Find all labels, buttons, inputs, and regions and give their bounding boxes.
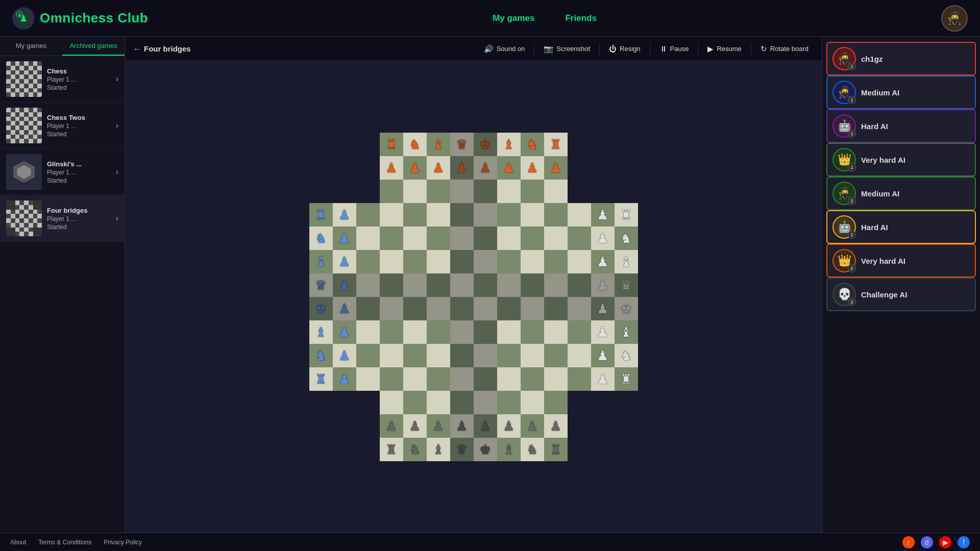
cell-3-0[interactable]: ♜ [309, 203, 333, 227]
cell-10-13[interactable]: ♜ [615, 367, 638, 391]
cell-4-6[interactable] [450, 227, 474, 250]
cell-2-11[interactable] [568, 180, 591, 203]
cell-7-1[interactable]: ♟ [333, 297, 356, 320]
cell-12-13[interactable] [615, 414, 638, 438]
cell-2-3[interactable] [380, 180, 403, 203]
tab-archived-games[interactable]: Archived games [62, 37, 125, 56]
cell-12-4[interactable]: ♟ [403, 414, 427, 438]
cell-3-1[interactable]: ♟ [333, 203, 356, 227]
cell-9-12[interactable]: ♟ [591, 344, 615, 367]
cell-6-1[interactable]: ♟ [333, 273, 356, 297]
cell-12-3[interactable]: ♟ [380, 414, 403, 438]
cell-12-11[interactable] [568, 414, 591, 438]
cell-9-3[interactable] [380, 344, 403, 367]
reddit-icon[interactable]: r [902, 536, 915, 548]
cell-1-7[interactable]: ♟ [474, 156, 497, 180]
cell-11-11[interactable] [568, 391, 591, 414]
cell-8-3[interactable] [380, 320, 403, 344]
cell-4-0[interactable]: ♞ [309, 227, 333, 250]
cell-3-8[interactable] [497, 203, 521, 227]
cell-5-2[interactable] [356, 250, 380, 273]
cell-3-11[interactable] [568, 203, 591, 227]
cell-12-1[interactable] [333, 414, 356, 438]
cell-1-4[interactable]: ♟ [403, 156, 427, 180]
cell-8-1[interactable]: ♟ [333, 320, 356, 344]
cell-10-7[interactable] [474, 367, 497, 391]
cell-1-10[interactable]: ♟ [544, 156, 568, 180]
cell-0-12[interactable] [591, 133, 615, 156]
cell-6-10[interactable] [544, 273, 568, 297]
cell-4-10[interactable] [544, 227, 568, 250]
cell-6-7[interactable] [474, 273, 497, 297]
cell-2-8[interactable] [497, 180, 521, 203]
cell-7-10[interactable] [544, 297, 568, 320]
cell-4-13[interactable]: ♞ [615, 227, 638, 250]
cell-6-3[interactable] [380, 273, 403, 297]
cell-6-0[interactable]: ♛ [309, 273, 333, 297]
sound-button[interactable]: 🔊 Sound on [479, 42, 530, 56]
cell-7-11[interactable] [568, 297, 591, 320]
logo-area[interactable]: ♟ ♟ Omnichess Club [12, 7, 148, 30]
cell-12-9[interactable]: ♟ [521, 414, 544, 438]
cell-10-4[interactable] [403, 367, 427, 391]
cell-9-11[interactable] [568, 344, 591, 367]
cell-13-10[interactable]: ♜ [544, 438, 568, 461]
cell-2-13[interactable] [615, 180, 638, 203]
cell-11-13[interactable] [615, 391, 638, 414]
cell-9-7[interactable] [474, 344, 497, 367]
cell-13-5[interactable]: ♝ [427, 438, 450, 461]
cell-7-3[interactable] [380, 297, 403, 320]
cell-8-11[interactable] [568, 320, 591, 344]
cell-0-10[interactable]: ♜ [544, 133, 568, 156]
cell-11-9[interactable] [521, 391, 544, 414]
cell-0-0[interactable] [309, 133, 333, 156]
cell-11-1[interactable] [333, 391, 356, 414]
cell-4-11[interactable] [568, 227, 591, 250]
cell-3-10[interactable] [544, 203, 568, 227]
cell-4-9[interactable] [521, 227, 544, 250]
cell-8-0[interactable]: ♝ [309, 320, 333, 344]
cell-12-5[interactable]: ♟ [427, 414, 450, 438]
cell-9-4[interactable] [403, 344, 427, 367]
cell-5-4[interactable] [403, 250, 427, 273]
cell-3-4[interactable] [403, 203, 427, 227]
cell-1-9[interactable]: ♟ [521, 156, 544, 180]
cell-8-2[interactable] [356, 320, 380, 344]
cell-0-2[interactable] [356, 133, 380, 156]
cell-10-3[interactable] [380, 367, 403, 391]
cell-4-4[interactable] [403, 227, 427, 250]
sidebar-game-four-bridges[interactable]: (function(){ var thumb = document.curren… [0, 195, 125, 242]
cell-13-0[interactable] [309, 438, 333, 461]
cell-1-3[interactable]: ♟ [380, 156, 403, 180]
cell-5-3[interactable] [380, 250, 403, 273]
cell-13-12[interactable] [591, 438, 615, 461]
cell-13-9[interactable]: ♞ [521, 438, 544, 461]
cell-7-9[interactable] [521, 297, 544, 320]
cell-8-6[interactable] [450, 320, 474, 344]
cell-8-7[interactable] [474, 320, 497, 344]
cell-9-13[interactable]: ♞ [615, 344, 638, 367]
cell-8-10[interactable] [544, 320, 568, 344]
cell-11-7[interactable] [474, 391, 497, 414]
cell-1-1[interactable] [333, 156, 356, 180]
cell-7-8[interactable] [497, 297, 521, 320]
cell-4-8[interactable] [497, 227, 521, 250]
cell-11-3[interactable] [380, 391, 403, 414]
cell-6-11[interactable] [568, 273, 591, 297]
sidebar-game-chess-twos[interactable]: (function(){ var thumb = document.curren… [0, 103, 125, 149]
cell-3-13[interactable]: ♜ [615, 203, 638, 227]
cell-7-4[interactable] [403, 297, 427, 320]
cell-9-5[interactable] [427, 344, 450, 367]
cell-10-2[interactable] [356, 367, 380, 391]
cell-5-13[interactable]: ♝ [615, 250, 638, 273]
cell-12-12[interactable] [591, 414, 615, 438]
cell-8-12[interactable]: ♟ [591, 320, 615, 344]
cell-8-8[interactable] [497, 320, 521, 344]
cell-0-3[interactable]: ♜ [380, 133, 403, 156]
cell-2-10[interactable] [544, 180, 568, 203]
cell-7-0[interactable]: ♚ [309, 297, 333, 320]
cell-2-5[interactable] [427, 180, 450, 203]
cell-12-0[interactable] [309, 414, 333, 438]
resign-button[interactable]: ⏻ Resign [604, 42, 645, 55]
cell-7-7[interactable] [474, 297, 497, 320]
